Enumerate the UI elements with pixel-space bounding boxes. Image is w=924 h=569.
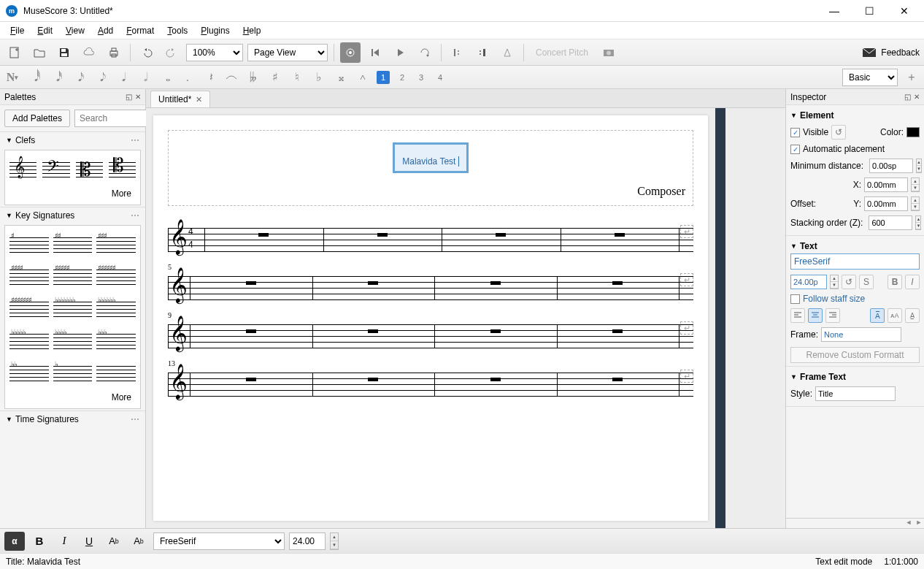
note-32nd-icon[interactable]: 𝅘𝅥𝅰 [48,69,64,85]
font-size-spinner[interactable]: ▲▼ [830,275,839,289]
key-sig-cell[interactable]: ♯ [9,230,49,259]
font-size-input[interactable] [790,275,827,289]
note-16th-icon[interactable]: 𝅘𝅥𝅯 [70,69,86,85]
note-quarter-icon[interactable]: 𝅘𝅥 [114,69,130,85]
menu-edit[interactable]: Edit [31,23,58,38]
voice-2-button[interactable]: 2 [396,71,409,84]
remove-formatting-button[interactable]: Remove Custom Formatt [790,347,920,363]
font-family-select[interactable] [790,253,920,270]
superscript-button[interactable]: Ab [128,532,149,551]
offset-y-spinner[interactable]: ▲▼ [911,196,920,211]
clefs-more-button[interactable]: More [8,186,137,202]
voice-3-button[interactable]: 3 [415,71,428,84]
flip-icon[interactable] [355,69,371,85]
zoom-combo[interactable]: 100% [186,44,243,61]
menu-tools[interactable]: Tools [161,23,193,38]
note-8th-icon[interactable]: 𝅘𝅥𝅮 [92,69,108,85]
inspector-text-header[interactable]: Text [800,241,817,251]
valign-top-icon[interactable]: A̅ [870,308,885,323]
offset-x-input[interactable] [864,177,908,192]
loop-icon[interactable] [415,42,435,63]
note-half-icon[interactable]: 𝅗𝅥 [136,69,152,85]
offset-y-input[interactable] [864,196,908,211]
score-title[interactable]: Malavida Test [393,142,469,173]
bottom-font-combo[interactable]: FreeSerif [153,532,285,550]
rest-icon[interactable]: 𝄽 [201,69,217,85]
font-larger-icon[interactable]: A̲ [905,308,920,323]
flat-icon[interactable]: ♭ [311,69,327,85]
key-sig-cell[interactable]: ♭♭♭♭♭ [9,326,49,356]
subscript-button[interactable]: Ab [104,532,124,551]
text-bold-button[interactable]: B [29,532,50,551]
note-input-icon[interactable]: N▾ [4,69,20,85]
inspector-scroll-left[interactable]: ◄ [904,519,914,528]
play-icon[interactable] [390,42,410,63]
clef-alto[interactable]: 𝄡 [76,156,103,183]
text-underline-button[interactable]: U [79,532,99,551]
keys-more-button[interactable]: More [8,389,137,405]
offset-x-spinner[interactable]: ▲▼ [911,177,920,192]
concert-pitch-button[interactable]: Concert Pitch [530,47,594,58]
dot-icon[interactable]: . [180,69,196,85]
clef-tenor[interactable]: 𝄡 [109,156,136,183]
key-sig-cell[interactable]: ♯♯ [53,230,93,259]
visible-checkbox[interactable]: ✓ [790,128,800,137]
palette-time-header[interactable]: ▼Time Signatures⋯ [0,411,145,427]
bottom-size-spinner[interactable]: ▲▼ [330,532,339,550]
clef-treble[interactable]: 𝄞 [9,156,36,183]
tab-close-icon[interactable]: ✕ [196,95,202,104]
metronome-icon[interactable] [497,42,517,63]
key-sig-cell[interactable]: ♯♯♯♯♯ [53,262,93,291]
voice-1-button[interactable]: 1 [377,71,390,84]
align-left-icon[interactable] [790,308,805,323]
key-sig-cell[interactable]: ♯♯♯♯ [9,262,49,291]
close-button[interactable]: ✕ [893,5,915,17]
workspace-combo[interactable]: Basic [842,69,898,86]
new-file-icon[interactable] [4,42,25,63]
save-icon[interactable] [54,42,74,63]
cloud-icon[interactable] [79,42,99,63]
double-sharp-icon[interactable]: 𝄪 [333,69,349,85]
view-mode-combo[interactable]: Page View [247,44,328,61]
natural-icon[interactable]: ♮ [289,69,305,85]
repeat-start-icon[interactable] [447,42,468,63]
key-sig-cell[interactable]: ♯♯♯♯♯♯ [96,262,136,291]
key-sig-cell[interactable]: ♭ [53,359,93,388]
color-picker[interactable] [906,127,920,137]
menu-view[interactable]: View [60,23,91,38]
add-workspace-icon[interactable]: + [904,69,920,85]
key-sig-cell[interactable] [96,359,136,388]
add-palettes-button[interactable]: Add Palettes [4,110,70,127]
document-tab[interactable]: Untitled*✕ [150,91,210,107]
inspector-float-icon[interactable]: ◱ [904,93,911,101]
menu-file[interactable]: File [4,23,30,38]
score-page[interactable]: Malavida Test Composer ↵𝄞445↵𝄞9↵𝄞13↵𝄞 [153,115,708,521]
rewind-icon[interactable] [365,42,385,63]
voice-4-button[interactable]: 4 [434,71,447,84]
note-64th-icon[interactable]: 𝅘𝅥𝅱 [26,69,42,85]
inspector-element-header[interactable]: Element [800,110,834,121]
palette-float-icon[interactable]: ◱ [126,93,132,101]
key-sig-cell[interactable]: ♭♭♭ [96,326,136,356]
bottom-size-input[interactable] [289,532,326,550]
key-sig-cell[interactable]: ♭♭♭♭♭♭♭ [53,294,93,324]
align-right-icon[interactable] [825,308,840,323]
reset-visible-icon[interactable]: ↺ [831,125,846,140]
inspector-close-icon[interactable]: ✕ [914,93,920,101]
menu-help[interactable]: Help [237,23,267,38]
italic-button[interactable]: I [905,275,920,289]
style-s-button[interactable]: S [859,275,874,289]
stacking-spinner[interactable]: ▲▼ [915,215,921,230]
alpha-button[interactable]: α [4,532,25,551]
key-sig-cell[interactable]: ♯♯♯♯♯♯♯ [9,294,49,324]
feedback-button[interactable]: Feedback [862,47,920,58]
undo-icon[interactable] [136,42,157,63]
font-smaller-icon[interactable]: ᴀA [888,308,902,323]
redo-icon[interactable] [161,42,182,63]
palette-close-icon[interactable]: ✕ [135,93,141,101]
min-distance-input[interactable] [869,159,913,173]
frame-select[interactable] [821,327,901,342]
style-select[interactable] [815,386,896,401]
key-sig-cell[interactable]: ♯♯♯ [96,230,136,259]
title-frame[interactable]: Malavida Test Composer [168,130,693,206]
